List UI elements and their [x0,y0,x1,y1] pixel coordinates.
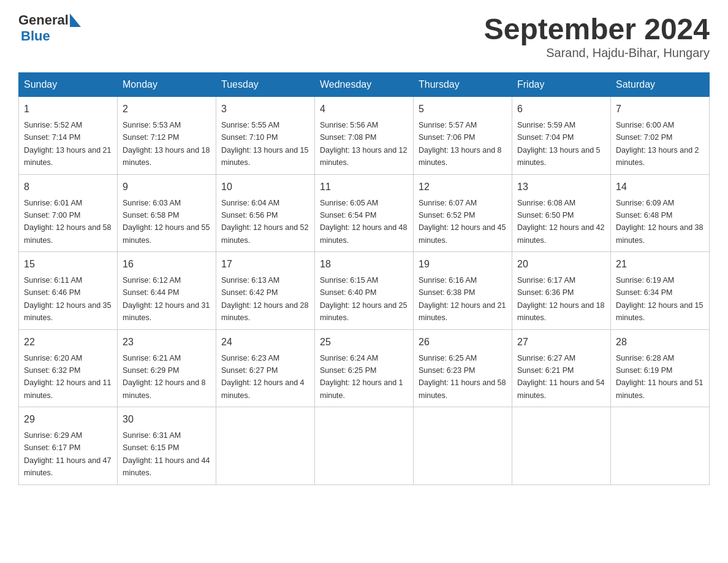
day-number: 26 [419,335,507,350]
table-row: 24 Sunrise: 6:23 AMSunset: 6:27 PMDaylig… [216,329,315,407]
table-row: 13 Sunrise: 6:08 AMSunset: 6:50 PMDaylig… [512,174,611,252]
calendar-title-area: September 2024 Sarand, Hajdu-Bihar, Hung… [484,12,710,60]
table-row: 26 Sunrise: 6:25 AMSunset: 6:23 PMDaylig… [414,329,512,407]
calendar-week-row: 1 Sunrise: 5:52 AMSunset: 7:14 PMDayligh… [19,97,710,175]
table-row: 30 Sunrise: 6:31 AMSunset: 6:15 PMDaylig… [118,407,216,485]
day-info: Sunrise: 6:03 AMSunset: 6:58 PMDaylight:… [123,199,210,245]
table-row: 12 Sunrise: 6:07 AMSunset: 6:52 PMDaylig… [414,174,512,252]
table-row: 5 Sunrise: 5:57 AMSunset: 7:06 PMDayligh… [414,97,512,175]
table-row: 15 Sunrise: 6:11 AMSunset: 6:46 PMDaylig… [19,252,118,330]
table-row: 11 Sunrise: 6:05 AMSunset: 6:54 PMDaylig… [315,174,414,252]
day-number: 29 [24,412,112,427]
svg-marker-0 [70,13,81,27]
day-info: Sunrise: 6:13 AMSunset: 6:42 PMDaylight:… [221,276,308,322]
day-info: Sunrise: 6:11 AMSunset: 6:46 PMDaylight:… [24,276,111,322]
day-number: 28 [616,335,704,350]
table-row: 19 Sunrise: 6:16 AMSunset: 6:38 PMDaylig… [414,252,512,330]
table-row: 20 Sunrise: 6:17 AMSunset: 6:36 PMDaylig… [512,252,611,330]
day-info: Sunrise: 6:09 AMSunset: 6:48 PMDaylight:… [616,199,703,245]
calendar-week-row: 22 Sunrise: 6:20 AMSunset: 6:32 PMDaylig… [19,329,710,407]
table-row: 28 Sunrise: 6:28 AMSunset: 6:19 PMDaylig… [611,329,710,407]
day-number: 3 [221,102,309,117]
day-number: 25 [320,335,408,350]
calendar-week-row: 8 Sunrise: 6:01 AMSunset: 7:00 PMDayligh… [19,174,710,252]
day-number: 11 [320,180,408,194]
day-info: Sunrise: 5:53 AMSunset: 7:12 PMDaylight:… [123,121,210,167]
day-info: Sunrise: 6:21 AMSunset: 6:29 PMDaylight:… [123,354,206,400]
day-number: 20 [517,257,605,272]
day-info: Sunrise: 6:05 AMSunset: 6:54 PMDaylight:… [320,199,407,245]
table-row: 29 Sunrise: 6:29 AMSunset: 6:17 PMDaylig… [19,407,118,485]
table-row: 3 Sunrise: 5:55 AMSunset: 7:10 PMDayligh… [216,97,315,175]
day-info: Sunrise: 6:16 AMSunset: 6:38 PMDaylight:… [419,276,506,322]
table-row: 2 Sunrise: 5:53 AMSunset: 7:12 PMDayligh… [118,97,216,175]
day-number: 6 [517,102,605,117]
table-row [512,407,611,485]
day-number: 10 [221,180,309,194]
day-number: 24 [221,335,309,350]
day-info: Sunrise: 6:19 AMSunset: 6:34 PMDaylight:… [616,276,703,322]
day-number: 21 [616,257,704,272]
calendar-week-row: 29 Sunrise: 6:29 AMSunset: 6:17 PMDaylig… [19,407,710,485]
table-row: 27 Sunrise: 6:27 AMSunset: 6:21 PMDaylig… [512,329,611,407]
day-number: 14 [616,180,704,194]
day-number: 18 [320,257,408,272]
day-info: Sunrise: 6:24 AMSunset: 6:25 PMDaylight:… [320,354,403,400]
day-number: 4 [320,102,408,117]
logo-blue-text: Blue [21,28,50,44]
day-number: 22 [24,335,112,350]
calendar-title: September 2024 [484,12,710,46]
table-row: 8 Sunrise: 6:01 AMSunset: 7:00 PMDayligh… [19,174,118,252]
day-info: Sunrise: 5:55 AMSunset: 7:10 PMDaylight:… [221,121,308,167]
day-number: 12 [419,180,507,194]
col-friday: Friday [512,73,611,97]
day-number: 1 [24,102,112,117]
day-info: Sunrise: 6:08 AMSunset: 6:50 PMDaylight:… [517,199,604,245]
table-row: 4 Sunrise: 5:56 AMSunset: 7:08 PMDayligh… [315,97,414,175]
table-row: 25 Sunrise: 6:24 AMSunset: 6:25 PMDaylig… [315,329,414,407]
calendar-header-row: Sunday Monday Tuesday Wednesday Thursday… [19,73,710,97]
day-info: Sunrise: 6:12 AMSunset: 6:44 PMDaylight:… [123,276,210,322]
logo-general-text: General [18,12,69,28]
table-row: 6 Sunrise: 5:59 AMSunset: 7:04 PMDayligh… [512,97,611,175]
table-row: 22 Sunrise: 6:20 AMSunset: 6:32 PMDaylig… [19,329,118,407]
day-info: Sunrise: 6:28 AMSunset: 6:19 PMDaylight:… [616,354,703,400]
logo: General Blue [18,12,81,44]
day-number: 7 [616,102,704,117]
logo-triangle-icon [70,13,81,27]
day-info: Sunrise: 5:59 AMSunset: 7:04 PMDaylight:… [517,121,601,167]
table-row: 7 Sunrise: 6:00 AMSunset: 7:02 PMDayligh… [611,97,710,175]
day-number: 16 [123,257,211,272]
day-number: 30 [123,412,211,427]
day-info: Sunrise: 6:17 AMSunset: 6:36 PMDaylight:… [517,276,604,322]
day-number: 5 [419,102,507,117]
day-number: 8 [24,180,112,194]
day-info: Sunrise: 5:57 AMSunset: 7:06 PMDaylight:… [419,121,502,167]
day-info: Sunrise: 6:00 AMSunset: 7:02 PMDaylight:… [616,121,699,167]
col-thursday: Thursday [414,73,512,97]
table-row: 17 Sunrise: 6:13 AMSunset: 6:42 PMDaylig… [216,252,315,330]
table-row [611,407,710,485]
day-info: Sunrise: 6:25 AMSunset: 6:23 PMDaylight:… [419,354,506,400]
day-info: Sunrise: 6:27 AMSunset: 6:21 PMDaylight:… [517,354,604,400]
table-row: 21 Sunrise: 6:19 AMSunset: 6:34 PMDaylig… [611,252,710,330]
day-number: 2 [123,102,211,117]
day-info: Sunrise: 6:15 AMSunset: 6:40 PMDaylight:… [320,276,407,322]
table-row [315,407,414,485]
calendar-table: Sunday Monday Tuesday Wednesday Thursday… [18,72,710,485]
col-sunday: Sunday [19,73,118,97]
page-header: General Blue September 2024 Sarand, Hajd… [18,12,710,60]
day-info: Sunrise: 6:04 AMSunset: 6:56 PMDaylight:… [221,199,308,245]
table-row: 9 Sunrise: 6:03 AMSunset: 6:58 PMDayligh… [118,174,216,252]
table-row: 23 Sunrise: 6:21 AMSunset: 6:29 PMDaylig… [118,329,216,407]
col-tuesday: Tuesday [216,73,315,97]
day-info: Sunrise: 5:52 AMSunset: 7:14 PMDaylight:… [24,121,111,167]
day-number: 27 [517,335,605,350]
table-row: 18 Sunrise: 6:15 AMSunset: 6:40 PMDaylig… [315,252,414,330]
day-number: 13 [517,180,605,194]
day-info: Sunrise: 6:20 AMSunset: 6:32 PMDaylight:… [24,354,111,400]
col-wednesday: Wednesday [315,73,414,97]
table-row: 16 Sunrise: 6:12 AMSunset: 6:44 PMDaylig… [118,252,216,330]
table-row [216,407,315,485]
day-info: Sunrise: 6:31 AMSunset: 6:15 PMDaylight:… [123,431,210,477]
